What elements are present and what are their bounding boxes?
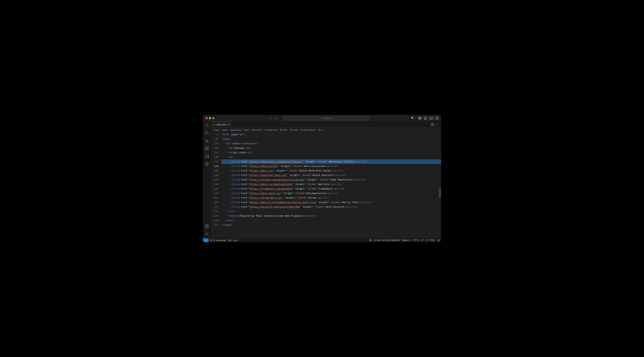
minimap-slider[interactable] xyxy=(439,188,441,198)
braces-icon: { } xyxy=(426,239,428,241)
code-line[interactable]: <li><a href="https://github.com/deroproj… xyxy=(221,177,441,182)
warning-count: 0 xyxy=(237,239,238,242)
indentation-button[interactable]: Spaces: 2 xyxy=(400,239,412,241)
minimap[interactable] xyxy=(439,132,441,238)
svg-rect-1 xyxy=(418,117,420,118)
toggle-panel-icon[interactable] xyxy=(430,117,433,120)
svg-rect-3 xyxy=(418,118,420,119)
tab-index-html[interactable]: <> index.html × xyxy=(211,121,232,127)
warning-icon xyxy=(234,239,236,242)
language-mode-button[interactable]: { } HTML xyxy=(425,239,436,241)
search-placeholder: Search xyxy=(324,117,332,119)
maximize-window-button[interactable] xyxy=(212,117,214,119)
eol-button[interactable]: LF xyxy=(420,239,425,241)
breadcrumb-item[interactable]: clone xyxy=(244,129,249,131)
svg-rect-9 xyxy=(436,117,438,119)
settings-gear-icon[interactable] xyxy=(205,232,209,236)
code-line[interactable]: <li><a href="https://dero.world/" target… xyxy=(221,164,441,168)
split-editor-icon[interactable] xyxy=(431,123,434,126)
code-line[interactable]: <li><a href="https://dero.io/download.ht… xyxy=(221,182,441,187)
command-center-search[interactable]: Search xyxy=(283,116,370,120)
cursor-position[interactable]: Ln 144, Col 1 (100 selected) xyxy=(373,239,400,241)
breadcrumb-item[interactable]: html xyxy=(280,129,287,131)
symbol-icon xyxy=(290,129,292,131)
breadcrumb-item[interactable]: DeroLinks xyxy=(252,129,262,131)
error-count: 0 xyxy=(231,239,232,242)
code-line[interactable]: <li><a href="https://matrix.to/#/#genera… xyxy=(221,200,441,205)
breadcrumbs[interactable]: Users›home›datashards›clone›DeroLinks›<>… xyxy=(211,128,441,132)
close-window-button[interactable] xyxy=(206,117,208,119)
tab-filename: index.html xyxy=(216,123,226,126)
code-editor[interactable]: 2137139140141142143144145146147148149150… xyxy=(211,132,441,238)
titlebar: Search xyxy=(203,115,441,121)
code-line[interactable]: <li><a href="https://discord.com/invite/… xyxy=(221,205,441,209)
code-line[interactable]: <li><a href="https://explorer.dero.io/" … xyxy=(221,173,441,177)
activity-bar xyxy=(203,121,211,238)
svg-point-23 xyxy=(206,163,207,164)
remote-indicator[interactable] xyxy=(203,238,209,242)
customize-layout-icon[interactable] xyxy=(418,117,421,120)
copilot-icon[interactable] xyxy=(410,116,416,120)
html-file-icon: <> xyxy=(213,123,216,126)
svg-point-26 xyxy=(206,234,208,235)
svg-point-13 xyxy=(205,134,206,135)
launchpad-button[interactable]: Launchpad xyxy=(209,238,227,242)
status-bar: Launchpad 0 0 Ln 144, Col 1 (100 selecte… xyxy=(203,238,441,242)
code-line[interactable]: <ul> xyxy=(221,155,441,159)
encoding-button[interactable]: UTF-8 xyxy=(412,239,420,241)
problems-button[interactable]: 0 0 xyxy=(227,238,239,242)
code-line[interactable]: ······<li><a·href="https://nonsensus.io/… xyxy=(221,159,441,164)
minimize-window-button[interactable] xyxy=(209,117,211,119)
code-line[interactable]: <h2>My Links</h2> xyxy=(221,150,441,155)
code-line[interactable]: <li><a href="https://forum.dero.io/" tar… xyxy=(221,196,441,200)
breadcrumb-item[interactable]: ul xyxy=(318,129,323,131)
source-control-icon[interactable] xyxy=(205,131,209,135)
extensions-icon[interactable] xyxy=(205,146,209,151)
code-line[interactable]: <li><a href="https://docs.dero.io/" targ… xyxy=(221,191,441,196)
line-number-gutter: 2137139140141142143144145146147148149150… xyxy=(211,132,221,238)
more-actions-icon[interactable]: ··· xyxy=(436,123,439,126)
code-line[interactable]: <li><a href="https://dero.is/" target="_… xyxy=(221,168,441,173)
nav-forward-button[interactable] xyxy=(275,117,278,120)
rocket-icon xyxy=(213,239,215,242)
run-debug-icon[interactable] xyxy=(205,139,209,143)
html-file-icon: <> xyxy=(264,129,267,131)
toggle-secondary-sidebar-icon[interactable] xyxy=(435,117,438,120)
bell-icon xyxy=(438,239,440,242)
notifications-button[interactable] xyxy=(436,239,441,242)
code-line[interactable]: <li><a href="https://tradeogre.com/marke… xyxy=(221,187,441,191)
zoom-icon xyxy=(369,239,372,242)
symbol-icon xyxy=(280,129,282,131)
nav-back-button[interactable] xyxy=(269,117,272,120)
tab-close-button[interactable]: × xyxy=(228,123,230,126)
code-content[interactable]: <html lang="en"><body> <div class="conta… xyxy=(221,132,441,238)
gitlens-icon[interactable] xyxy=(205,162,209,166)
editor-area: <> index.html × ··· Users›home›datashard… xyxy=(211,121,441,238)
svg-rect-2 xyxy=(420,117,421,118)
code-line[interactable]: </ul> xyxy=(221,209,441,214)
remote-explorer-icon[interactable] xyxy=(205,154,209,158)
breadcrumb-item[interactable]: body xyxy=(290,129,298,131)
breadcrumb-item[interactable]: home xyxy=(222,129,228,131)
toggle-sidebar-icon[interactable] xyxy=(424,117,427,120)
code-line[interactable]: <h1>Chakipu</h1> xyxy=(221,146,441,150)
svg-point-14 xyxy=(208,133,208,133)
breadcrumb-item[interactable]: datashards xyxy=(230,129,241,131)
code-line[interactable]: </body> xyxy=(221,223,441,227)
code-line[interactable]: <footer>Powered by TELA: Decentralized W… xyxy=(221,214,441,218)
svg-point-0 xyxy=(322,117,323,119)
accounts-icon[interactable] xyxy=(205,224,209,228)
code-line[interactable]: <div class="container"> xyxy=(221,141,441,146)
svg-rect-19 xyxy=(207,147,209,148)
zoom-button[interactable] xyxy=(368,239,373,242)
launchpad-label: Launchpad xyxy=(216,239,226,242)
symbol-icon xyxy=(300,129,303,131)
explorer-icon[interactable] xyxy=(205,123,209,128)
svg-rect-17 xyxy=(205,149,206,150)
breadcrumb-item[interactable]: div.container xyxy=(300,129,316,131)
chevron-down-icon xyxy=(414,117,416,119)
breadcrumb-item[interactable]: <>index.html xyxy=(264,129,277,131)
code-line[interactable]: </div> xyxy=(221,218,441,223)
error-icon xyxy=(228,239,230,242)
breadcrumb-item[interactable]: Users xyxy=(214,129,219,131)
